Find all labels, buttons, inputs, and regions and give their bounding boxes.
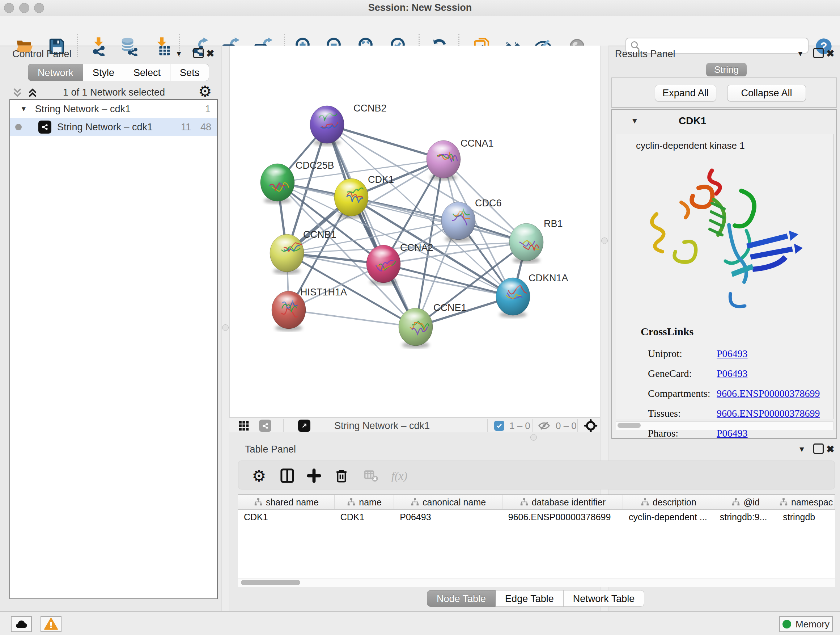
network-canvas[interactable]: CCNB2CCNA1CDC25BCDK1CDC6RB1CCNB1CCNA2CDK… bbox=[229, 46, 600, 417]
table-scroll-thumb[interactable] bbox=[241, 580, 300, 585]
network-node-CCNB2[interactable] bbox=[310, 106, 344, 146]
node-label-CCNB1: CCNB1 bbox=[303, 229, 336, 240]
warning-status-button[interactable] bbox=[41, 616, 62, 632]
tab-node-table[interactable]: Node Table bbox=[427, 590, 496, 607]
results-scroll-thumb[interactable] bbox=[617, 423, 641, 428]
show-columns-button[interactable] bbox=[278, 466, 297, 486]
add-column-button[interactable] bbox=[304, 466, 324, 486]
column-type-icon bbox=[640, 497, 650, 507]
column-header-shared-name[interactable]: shared name bbox=[238, 495, 335, 509]
results-panel-close-button[interactable]: ✖ bbox=[826, 48, 835, 59]
results-panel-title: Results Panel bbox=[615, 49, 676, 60]
network-share-view-button[interactable] bbox=[259, 420, 271, 432]
gene-section-header[interactable]: ▼ CDK1 bbox=[612, 110, 836, 134]
table-tabs: Node Table Edge Table Network Table bbox=[427, 590, 644, 607]
double-chevron-up-icon bbox=[26, 86, 39, 99]
memory-button[interactable]: Memory bbox=[779, 616, 833, 632]
column-type-icon bbox=[779, 497, 788, 507]
birdseye-view-button[interactable] bbox=[584, 420, 598, 432]
tab-select[interactable]: Select bbox=[124, 64, 171, 81]
table-panel-maximize-button[interactable] bbox=[813, 443, 824, 454]
network-node-CCNE1[interactable] bbox=[399, 308, 433, 348]
expand-all-button[interactable]: Expand All bbox=[655, 85, 716, 101]
tab-network-table[interactable]: Network Table bbox=[564, 590, 645, 607]
column-header--id[interactable]: @id bbox=[714, 495, 777, 509]
hidden-toggle-button[interactable] bbox=[538, 420, 551, 432]
tab-sets[interactable]: Sets bbox=[171, 64, 209, 81]
cloud-icon bbox=[14, 617, 28, 631]
control-panel-close-button[interactable]: ✖ bbox=[206, 48, 215, 59]
left-divider-handle[interactable] bbox=[222, 325, 229, 331]
delete-table-button[interactable] bbox=[362, 466, 381, 486]
results-panel-float-button[interactable]: ▼ bbox=[797, 49, 804, 58]
network-node-CDKN1A[interactable] bbox=[496, 278, 530, 318]
network-collection-label: String Network – cdk1 bbox=[35, 103, 131, 115]
results-panel-maximize-button[interactable] bbox=[813, 48, 824, 58]
column-header-canonical-name[interactable]: canonical name bbox=[394, 495, 502, 509]
table-options-gear-button[interactable]: ⚙ bbox=[249, 466, 269, 486]
table-panel-divider[interactable] bbox=[229, 433, 600, 442]
control-panel-float-button[interactable]: ▼ bbox=[175, 49, 183, 58]
network-options-gear-button[interactable]: ⚙ bbox=[198, 84, 212, 99]
table-cell[interactable]: CDK1 bbox=[238, 510, 335, 524]
column-header-description[interactable]: description bbox=[623, 495, 714, 509]
column-type-icon bbox=[519, 497, 529, 507]
gene-collapse-icon[interactable]: ▼ bbox=[631, 117, 638, 125]
network-node-CDC25B[interactable] bbox=[261, 164, 294, 204]
tab-network[interactable]: Network bbox=[28, 64, 83, 81]
node-table: shared namenamecanonical namedatabase id… bbox=[238, 494, 835, 579]
table-cell[interactable]: stringdb:9... bbox=[714, 510, 777, 524]
table-cell[interactable]: 9606.ENSP00000378699 bbox=[502, 510, 623, 524]
control-panel-maximize-button[interactable] bbox=[193, 48, 204, 58]
network-node-CCNB1[interactable] bbox=[270, 234, 304, 274]
network-row[interactable]: String Network – cdk1 11 48 bbox=[10, 118, 217, 136]
table-panel-close-button[interactable]: ✖ bbox=[826, 443, 835, 455]
compartments-link[interactable]: 9606.ENSP00000378699 bbox=[717, 388, 820, 399]
network-canvas-svg[interactable]: CCNB2CCNA1CDC25BCDK1CDC6RB1CCNB1CCNA2CDK… bbox=[230, 46, 600, 417]
tab-style[interactable]: Style bbox=[83, 64, 124, 81]
control-panel: Control Panel ▼ ✖ Network Style Select S… bbox=[0, 46, 221, 611]
collapse-all-button[interactable]: Collapse All bbox=[727, 85, 806, 101]
left-panel-divider[interactable] bbox=[221, 46, 229, 611]
network-collection-row[interactable]: ▼ String Network – cdk1 1 bbox=[10, 100, 217, 118]
tab-string[interactable]: String bbox=[706, 63, 747, 76]
table-hscrollbar[interactable] bbox=[238, 578, 835, 587]
open-in-window-button[interactable] bbox=[298, 420, 310, 432]
plus-icon bbox=[306, 468, 322, 484]
crosslink-label: Compartments: bbox=[648, 383, 711, 403]
results-hscrollbar[interactable] bbox=[616, 421, 834, 430]
title-bar: Session: New Session bbox=[0, 0, 840, 16]
column-header-namespac[interactable]: namespac bbox=[777, 495, 835, 509]
selected-counter: 1 – 0 bbox=[509, 420, 531, 432]
table-cell[interactable]: P06493 bbox=[394, 510, 502, 524]
table-panel-title: Table Panel bbox=[245, 444, 296, 455]
network-edge-CCNE1-HIST1H1A[interactable] bbox=[289, 310, 416, 327]
table-cell[interactable]: CDK1 bbox=[335, 510, 394, 524]
column-header-database-identifier[interactable]: database identifier bbox=[502, 495, 623, 509]
external-link-icon bbox=[298, 420, 310, 432]
table-divider-handle[interactable] bbox=[531, 434, 537, 440]
function-builder-button[interactable]: f(x) bbox=[390, 466, 409, 486]
right-divider-handle[interactable] bbox=[601, 238, 608, 244]
grid-view-button[interactable] bbox=[238, 420, 249, 432]
network-edge-CCNB2-CCNA1[interactable] bbox=[327, 125, 444, 159]
column-header-name[interactable]: name bbox=[335, 495, 394, 509]
node-label-CDC6: CDC6 bbox=[475, 198, 502, 209]
cloud-status-button[interactable] bbox=[11, 616, 32, 632]
tab-edge-table[interactable]: Edge Table bbox=[496, 590, 564, 607]
tissues-link[interactable]: 9606.ENSP00000378699 bbox=[717, 408, 820, 419]
network-node-CCNA1[interactable] bbox=[426, 141, 461, 181]
gene-details-box: cyclin-dependent kinase 1 bbox=[616, 134, 834, 419]
tree-expander-icon[interactable]: ▼ bbox=[20, 105, 27, 113]
table-row[interactable]: CDK1CDK1P064939606.ENSP00000378699cyclin… bbox=[238, 510, 835, 524]
table-cell[interactable]: stringdb bbox=[777, 510, 835, 524]
selected-checkbox[interactable] bbox=[494, 420, 504, 432]
network-node-RB1[interactable] bbox=[509, 223, 543, 264]
delete-column-button[interactable] bbox=[332, 466, 351, 486]
table-cell[interactable]: cyclin-dependent ... bbox=[623, 510, 714, 524]
genecard-link[interactable]: P06493 bbox=[717, 368, 748, 379]
uniprot-link[interactable]: P06493 bbox=[717, 348, 748, 359]
protein-structure-image bbox=[638, 160, 808, 315]
node-label-CCNE1: CCNE1 bbox=[433, 302, 467, 313]
table-panel-float-button[interactable]: ▼ bbox=[798, 445, 806, 454]
